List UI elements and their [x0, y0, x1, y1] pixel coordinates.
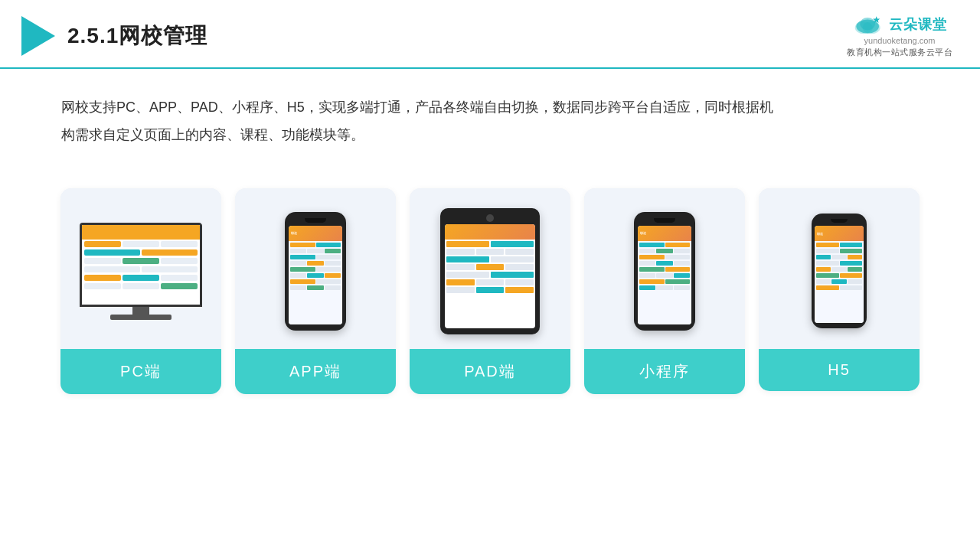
logo-triangle-icon [21, 16, 55, 56]
miniapp-phone-screen: 职达 [638, 226, 691, 324]
tablet-screen [445, 224, 535, 328]
card-h5-image: 职达 [759, 188, 920, 349]
tablet-header [445, 224, 535, 240]
cloud-icon [852, 14, 884, 35]
app-phone-mockup: 职达 [285, 212, 346, 331]
phone-header-text: 职达 [291, 231, 297, 235]
card-pad-image [410, 188, 570, 349]
card-pc-image [60, 188, 221, 349]
description-text: 网校支持PC、APP、PAD、小程序、H5，实现多端打通，产品各终端自由切换，数… [0, 69, 842, 158]
miniapp-phone-body [638, 241, 691, 324]
brand-tagline: 教育机构一站式服务云平台 [847, 47, 952, 58]
h5-phone-notch [831, 219, 848, 223]
miniapp-phone-header: 职达 [638, 226, 691, 241]
h5-phone-screen: 职达 [815, 226, 864, 323]
pc-mockup [76, 223, 206, 320]
brand-url: yunduoketang.com [864, 36, 936, 45]
card-app-label: APP端 [235, 349, 396, 394]
tablet-home [486, 214, 494, 222]
card-miniapp-label: 小程序 [584, 349, 745, 394]
phone-screen: 职达 [289, 226, 342, 324]
card-h5-label: H5 [759, 349, 920, 391]
tablet-mockup [440, 208, 540, 334]
card-pc-label: PC端 [60, 349, 221, 394]
card-pad[interactable]: PAD端 [410, 188, 570, 394]
h5-header-text: 职达 [817, 232, 823, 236]
pc-screen-inner [82, 225, 200, 305]
phone-body [289, 241, 342, 324]
brand-area: 云朵课堂 yunduoketang.com 教育机构一站式服务云平台 [847, 14, 952, 58]
card-app[interactable]: 职达 APP端 [235, 188, 396, 394]
card-app-image: 职达 [235, 188, 396, 349]
card-miniapp[interactable]: 职达 小程序 [584, 188, 745, 394]
card-h5[interactable]: 职达 H5 [759, 188, 920, 391]
tablet-body [445, 240, 535, 295]
phone-notch [305, 218, 326, 223]
h5-phone-body [815, 241, 864, 323]
pc-screen [80, 223, 202, 307]
miniapp-header-text: 职达 [640, 231, 646, 235]
brand-logo: 云朵课堂 [852, 14, 947, 35]
pc-screen-content [82, 239, 200, 305]
brand-name: 云朵课堂 [889, 15, 947, 34]
phone-header: 职达 [289, 226, 342, 241]
h5-phone-mockup: 职达 [812, 214, 867, 328]
card-pc[interactable]: PC端 [60, 188, 221, 394]
page-title: 2.5.1网校管理 [67, 21, 207, 51]
card-miniapp-image: 职达 [584, 188, 745, 349]
h5-phone-header: 职达 [815, 226, 864, 241]
header-left: 2.5.1网校管理 [21, 16, 207, 56]
card-pad-label: PAD端 [410, 349, 570, 394]
cards-container: PC端 职达 [0, 165, 980, 417]
pc-base [110, 315, 172, 320]
miniapp-phone-notch [654, 218, 675, 223]
pc-neck [132, 307, 149, 315]
miniapp-phone-mockup: 职达 [634, 212, 695, 331]
header: 2.5.1网校管理 云朵课堂 yunduoketang.com 教育机构一站式服… [0, 0, 980, 69]
description-paragraph: 网校支持PC、APP、PAD、小程序、H5，实现多端打通，产品各终端自由切换，数… [61, 93, 781, 148]
